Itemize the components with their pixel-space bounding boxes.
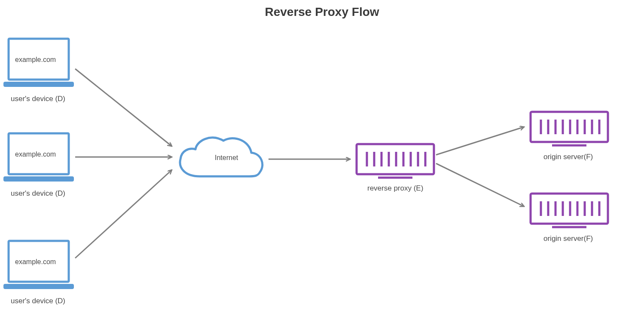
flow-arrow bbox=[75, 170, 172, 258]
server-icon bbox=[357, 144, 434, 178]
origin-server-label: origin server(F) bbox=[543, 234, 593, 243]
laptop-screen-text: example.com bbox=[15, 258, 56, 266]
svg-rect-3 bbox=[3, 176, 74, 182]
reverse-proxy-label: reverse proxy (E) bbox=[367, 184, 423, 193]
server-icon bbox=[531, 112, 608, 145]
laptop-screen-text: example.com bbox=[15, 151, 56, 158]
flow-arrow bbox=[75, 69, 172, 146]
flow-arrow bbox=[436, 127, 524, 155]
device-label: user's device (D) bbox=[11, 189, 65, 198]
svg-rect-5 bbox=[3, 284, 74, 289]
server-icon bbox=[531, 194, 608, 227]
origin-server-label: origin server(F) bbox=[543, 153, 593, 161]
svg-rect-1 bbox=[3, 82, 74, 87]
cloud-label: Internet bbox=[215, 154, 238, 162]
flow-arrow bbox=[436, 163, 524, 206]
device-label: user's device (D) bbox=[11, 297, 65, 305]
laptop-screen-text: example.com bbox=[15, 56, 56, 64]
device-label: user's device (D) bbox=[11, 95, 65, 103]
